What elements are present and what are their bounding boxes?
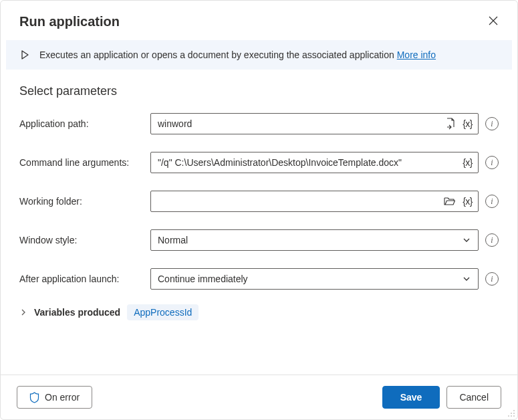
after-launch-select[interactable]: Continue immediately: [150, 268, 479, 290]
close-button[interactable]: [485, 13, 501, 31]
working-folder-input[interactable]: [158, 196, 442, 207]
file-picker-button[interactable]: [444, 116, 457, 131]
section-title: Select parameters: [19, 84, 499, 98]
more-info-link[interactable]: More info: [397, 49, 436, 60]
label-working-folder: Working folder:: [19, 196, 144, 207]
svg-point-3: [508, 415, 509, 417]
variable-icon: {x}: [463, 118, 473, 129]
row-window-style: Window style: Normal i: [19, 229, 499, 251]
dialog-content: Select parameters Application path: {x} …: [1, 70, 517, 375]
label-application-path: Application path:: [19, 118, 144, 129]
resize-grip-icon[interactable]: [507, 409, 516, 418]
info-working-folder[interactable]: i: [485, 195, 499, 208]
variable-icon: {x}: [463, 196, 473, 207]
variables-produced-label: Variables produced: [34, 307, 120, 318]
info-after-launch[interactable]: i: [485, 272, 499, 286]
info-window-style[interactable]: i: [485, 233, 499, 247]
svg-point-5: [513, 415, 515, 417]
chevron-down-icon: [462, 235, 471, 245]
dialog-footer: On error Save Cancel: [1, 375, 517, 419]
label-arguments: Command line arguments:: [19, 157, 144, 168]
info-banner: Executes an application or opens a docum…: [6, 40, 512, 70]
label-after-launch: After application launch:: [19, 274, 144, 284]
svg-point-1: [511, 413, 512, 414]
arguments-input[interactable]: [158, 157, 461, 168]
cancel-button[interactable]: Cancel: [446, 386, 501, 409]
chevron-right-icon: [19, 308, 27, 316]
input-wrap-arguments[interactable]: {x}: [150, 152, 479, 173]
chevron-down-icon: [462, 274, 471, 284]
close-icon: [488, 15, 499, 26]
row-arguments: Command line arguments: {x} i: [19, 152, 499, 173]
on-error-button[interactable]: On error: [17, 386, 92, 409]
application-path-input[interactable]: [158, 118, 444, 129]
save-button[interactable]: Save: [382, 386, 440, 409]
variable-icon: {x}: [463, 157, 473, 168]
insert-variable-button[interactable]: {x}: [461, 117, 474, 130]
window-style-value: Normal: [158, 235, 188, 245]
banner-text: Executes an application or opens a docum…: [39, 49, 436, 60]
svg-point-4: [511, 415, 512, 417]
insert-variable-button[interactable]: {x}: [461, 156, 474, 169]
play-icon: [19, 49, 30, 60]
dialog-title: Run application: [19, 14, 120, 29]
variables-produced-row[interactable]: Variables produced AppProcessId: [19, 304, 499, 320]
insert-variable-button[interactable]: {x}: [461, 195, 474, 208]
input-wrap-working-folder[interactable]: {x}: [150, 191, 479, 212]
variable-badge[interactable]: AppProcessId: [127, 304, 199, 320]
svg-point-0: [513, 410, 515, 411]
folder-open-icon: [444, 196, 456, 207]
shield-icon: [29, 392, 39, 403]
row-working-folder: Working folder: {x} i: [19, 191, 499, 212]
after-launch-value: Continue immediately: [158, 274, 248, 284]
file-arrow-icon: [445, 118, 456, 130]
row-application-path: Application path: {x} i: [19, 113, 499, 134]
folder-picker-button[interactable]: [442, 195, 457, 208]
svg-point-2: [513, 413, 515, 414]
input-wrap-application-path[interactable]: {x}: [150, 113, 479, 134]
info-application-path[interactable]: i: [485, 117, 499, 130]
row-after-launch: After application launch: Continue immed…: [19, 268, 499, 290]
dialog-header: Run application: [1, 1, 517, 40]
info-arguments[interactable]: i: [485, 156, 499, 169]
window-style-select[interactable]: Normal: [150, 229, 479, 251]
label-window-style: Window style:: [19, 235, 144, 245]
